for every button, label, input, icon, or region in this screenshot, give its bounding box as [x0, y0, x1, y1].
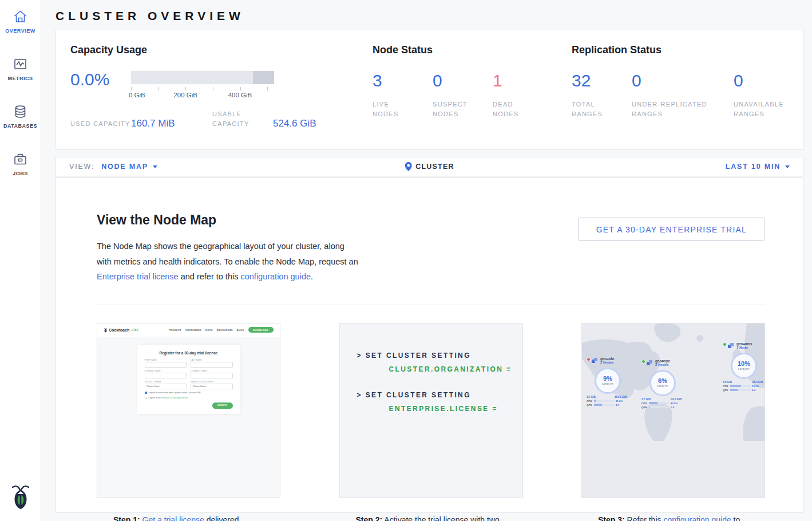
map-pin-icon — [405, 162, 411, 171]
usable-capacity-value: 524.6 GiB — [273, 118, 316, 129]
step-2-card: > SET CLUSTER SETTING CLUSTER.ORGANIZATI… — [339, 323, 523, 498]
configuration-guide-link[interactable]: configuration guide — [663, 515, 731, 521]
capacity-bar-reserved-segment — [253, 71, 275, 84]
dead-nodes-label: DEAD NODES — [493, 100, 534, 119]
total-ranges-value: 32 — [572, 72, 632, 90]
sidebar-item-databases[interactable]: DATABASES — [3, 104, 37, 129]
under-replicated-ranges-stat: 0 UNDER-REPLICATED RANGES — [632, 72, 734, 119]
step-1-card: Cockroach LABS PRODUCT CUSTOMERS DOCS RE… — [97, 323, 280, 498]
nodes-cube-icon — [592, 358, 598, 364]
sidebar-item-label: METRICS — [8, 76, 33, 81]
under-replicated-ranges-value: 0 — [632, 72, 734, 90]
website-nav: PRODUCT CUSTOMERS DOCS RESOURCES BLOG DO… — [169, 327, 274, 333]
databases-icon — [13, 104, 28, 119]
under-replicated-ranges-label: UNDER-REPLICATED RANGES — [632, 100, 723, 119]
sidebar-item-overview[interactable]: OVERVIEW — [5, 9, 35, 34]
node-map-thumbnail: geo=sfo 2 Nodes 9% CAPACITY 3.2 GiB 353.… — [582, 323, 765, 498]
breadcrumb: CLUSTER — [405, 162, 454, 171]
dead-nodes-stat: 1 DEAD NODES — [493, 72, 553, 119]
total-ranges-label: TOTAL RANGES — [572, 100, 612, 119]
cockroachdb-logo — [10, 483, 31, 512]
live-nodes-value: 3 — [373, 72, 433, 90]
node-status-section: Node Status 3 LIVE NODES 0 SUSPECT NODES… — [373, 44, 572, 149]
suspect-nodes-label: SUSPECT NODES — [433, 100, 474, 119]
description-text: . — [311, 272, 313, 281]
view-bar: VIEW: NODE MAP CLUSTER LAST 10 MIN — [56, 157, 803, 176]
usable-capacity-stat: USABLE CAPACITY 524.6 GiB — [212, 109, 354, 129]
sidebar-item-label: OVERVIEW — [5, 28, 35, 34]
app-root: OVERVIEW METRICS DATABASES JO — [0, 0, 812, 521]
jobs-icon — [13, 152, 28, 167]
section-divider — [97, 305, 765, 305]
node-map-title: View the Node Map — [97, 212, 361, 228]
capacity-axis-ticks — [131, 86, 274, 92]
live-nodes-label: LIVE NODES — [373, 100, 414, 119]
live-nodes-stat: 3 LIVE NODES — [373, 72, 433, 119]
sidebar-item-label: JOBS — [13, 171, 28, 176]
replication-status-title: Replication Status — [572, 44, 803, 56]
enterprise-trial-license-link[interactable]: Enterprise trial license — [97, 272, 179, 281]
step-3-card: geo=sfo 2 Nodes 9% CAPACITY 3.2 GiB 353.… — [581, 323, 765, 498]
capacity-bar — [131, 71, 274, 84]
nodes-cube-icon — [728, 343, 734, 349]
metrics-icon — [13, 57, 28, 72]
view-label: VIEW: — [69, 163, 94, 171]
capacity-gauge: 10% CAPACITY — [731, 353, 757, 379]
capacity-gauge: 6% CAPACITY — [649, 370, 676, 396]
axis-label: 400 GiB — [228, 92, 252, 98]
capacity-usage-section: Capacity Usage 0.0% 0 GiB 200 Gi — [70, 44, 373, 149]
total-ranges-stat: 32 TOTAL RANGES — [572, 72, 632, 119]
capacity-bar-chart: 0 GiB 200 GiB 400 GiB — [131, 71, 274, 100]
unavailable-ranges-stat: 0 UNAVAILABLE RANGES — [734, 72, 791, 119]
chevron-down-icon — [153, 165, 157, 168]
status-dot-green — [641, 360, 645, 364]
node-status-title: Node Status — [373, 44, 572, 56]
enterprise-trial-button[interactable]: GET A 30-DAY ENTERPRISE TRIAL — [578, 218, 765, 241]
unavailable-ranges-label: UNAVAILABLE RANGES — [734, 100, 791, 119]
cluster-summary-card: Capacity Usage 0.0% 0 GiB 200 Gi — [56, 30, 803, 150]
sql-commands-thumbnail: > SET CLUSTER SETTING CLUSTER.ORGANIZATI… — [340, 323, 522, 498]
node-map-panel: View the Node Map The Node Map shows the… — [56, 177, 803, 513]
view-mode-dropdown[interactable]: NODE MAP — [101, 163, 157, 171]
used-capacity-stat: USED CAPACITY 160.7 MiB — [70, 109, 212, 129]
capacity-axis-labels: 0 GiB 200 GiB 400 GiB — [131, 92, 274, 100]
step-2-caption: Step 2: Activate the trial license with … — [340, 498, 522, 521]
locality-sfo: geo=sfo 2 Nodes 9% CAPACITY 3.2 GiB 353.… — [587, 357, 635, 406]
capacity-gauge: 9% CAPACITY — [595, 368, 621, 394]
sidebar-item-metrics[interactable]: METRICS — [8, 57, 33, 81]
axis-label: 0 GiB — [129, 92, 145, 98]
replication-status-section: Replication Status 32 TOTAL RANGES 0 UND… — [572, 44, 803, 149]
time-range-dropdown[interactable]: LAST 10 MIN — [726, 163, 790, 171]
usable-capacity-label: USABLE CAPACITY — [212, 109, 273, 129]
capacity-usage-title: Capacity Usage — [70, 44, 373, 56]
axis-label: 200 GiB — [173, 92, 197, 98]
status-dot-red — [587, 357, 591, 361]
configuration-guide-link[interactable]: configuration guide — [240, 272, 311, 281]
suspect-nodes-value: 0 — [433, 72, 493, 90]
sidebar-item-label: DATABASES — [3, 123, 37, 129]
nodes-cube-icon — [647, 360, 653, 366]
description-text: The Node Map shows the geographical layo… — [97, 242, 358, 266]
used-capacity-label: USED CAPACITY — [70, 119, 131, 129]
chevron-down-icon — [785, 165, 790, 168]
step-1-caption: Step 1: Get a trial license delivered st… — [97, 498, 280, 521]
locality-nyc: geo=nyc 2 Nodes 6% CAPACITY 3.7 GiB 43.7 — [641, 359, 690, 409]
used-capacity-value: 160.7 MiB — [131, 118, 175, 129]
home-icon — [13, 9, 28, 24]
time-range-value: LAST 10 MIN — [726, 163, 781, 171]
step-3-caption: Step 3: Refer this configuration guide t… — [582, 498, 765, 521]
sidebar: OVERVIEW METRICS DATABASES JO — [0, 0, 41, 521]
capacity-used-percent: 0.0% — [70, 71, 131, 100]
trial-registration-form-thumb: Register for a 30-day trial license FIRS… — [137, 345, 240, 414]
page-title: CLUSTER OVERVIEW — [56, 9, 803, 23]
node-map-description: The Node Map shows the geographical layo… — [97, 239, 361, 285]
main-content: CLUSTER OVERVIEW Capacity Usage 0.0% — [41, 0, 812, 521]
sidebar-item-jobs[interactable]: JOBS — [13, 152, 28, 176]
suspect-nodes-stat: 0 SUSPECT NODES — [433, 72, 493, 119]
dead-nodes-value: 1 — [493, 72, 553, 90]
download-button-thumb: DOWNLOAD — [248, 327, 274, 333]
locality-ams: geo=ams 1 Node 10% CAPACITY 3.6 GiB 36.4 — [723, 342, 765, 392]
view-mode-value: NODE MAP — [101, 163, 148, 171]
get-trial-license-link[interactable]: Get a trial license — [142, 515, 204, 521]
trial-license-website-thumbnail: Cockroach LABS PRODUCT CUSTOMERS DOCS RE… — [97, 323, 280, 498]
